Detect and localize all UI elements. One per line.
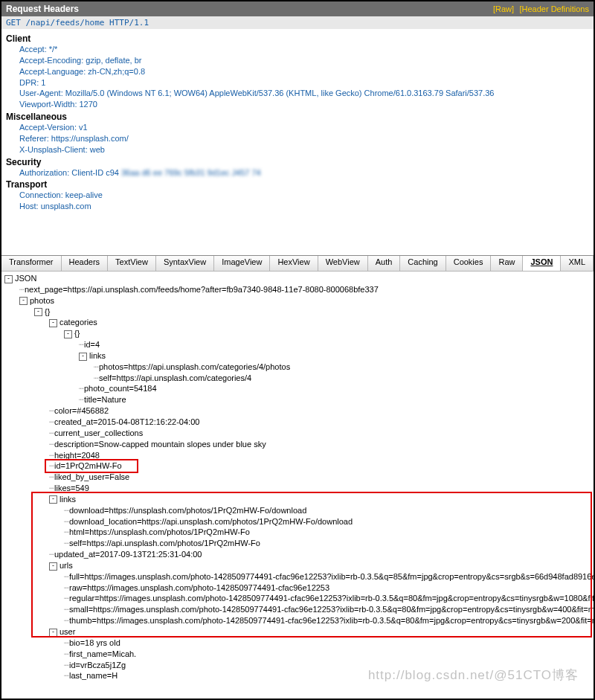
collapse-icon[interactable]: -	[49, 562, 57, 571]
node-user-id[interactable]: id=vrBcza5j1Zg	[69, 661, 126, 670]
hdr-viewport-width: Viewport-Width: 1270	[19, 99, 589, 110]
tab-imageview[interactable]: ImageView	[214, 256, 270, 271]
node-photos[interactable]: photos	[30, 296, 54, 305]
raw-link[interactable]: [Raw]	[493, 4, 514, 13]
collapse-icon[interactable]: -	[64, 330, 72, 338]
collapse-icon[interactable]: -	[19, 297, 28, 305]
node-user[interactable]: user	[60, 627, 75, 636]
node-description[interactable]: description=Snow-capped mountain slopes …	[54, 440, 266, 449]
node-cat-obj[interactable]: {}	[74, 329, 80, 338]
collapse-icon[interactable]: -	[49, 495, 57, 504]
tab-xml[interactable]: XML	[561, 256, 594, 271]
tab-headers[interactable]: Headers	[62, 256, 109, 271]
node-root[interactable]: JSON	[15, 274, 36, 283]
node-user-bio[interactable]: bio=18 yrs old	[69, 638, 120, 647]
collapse-icon[interactable]: -	[49, 629, 57, 637]
collapse-icon[interactable]: -	[34, 308, 42, 316]
panel-title: Request Headers	[6, 4, 79, 14]
node-url-full[interactable]: full=https://images.unsplash.com/photo-1…	[69, 572, 594, 581]
node-obj[interactable]: {}	[45, 307, 50, 316]
node-download-location[interactable]: download_location=https://api.unsplash.c…	[69, 517, 353, 526]
tab-textview[interactable]: TextView	[108, 256, 156, 271]
node-self[interactable]: self=https://api.unsplash.com/photos/1Pr…	[69, 539, 260, 548]
node-categories[interactable]: categories	[60, 318, 97, 327]
node-current-user-collections[interactable]: current_user_collections	[54, 428, 143, 437]
hdr-authorization: Authorization: Client-ID c94 36aa d6 ee …	[19, 167, 589, 179]
node-height[interactable]: height=2048	[54, 451, 100, 460]
node-url-regular[interactable]: regular=https://images.unsplash.com/phot…	[69, 594, 594, 603]
request-headers-titlebar: Request Headers [Raw] [Header Definition…	[1, 1, 594, 16]
node-user-last-name[interactable]: last_name=H	[69, 671, 118, 680]
tab-auth[interactable]: Auth	[368, 256, 401, 271]
group-security: Security	[6, 157, 589, 167]
node-created-at[interactable]: created_at=2015-04-08T12:16:22-04:00	[54, 417, 199, 426]
node-cat-links[interactable]: links	[89, 351, 106, 360]
node-links[interactable]: links	[60, 495, 76, 504]
node-id[interactable]: id=1PrQ2mHW-Fo	[54, 461, 122, 470]
header-definitions-link[interactable]: [Header Definitions	[519, 4, 589, 13]
hdr-dpr: DPR: 1	[19, 77, 589, 89]
node-cat-title[interactable]: title=Nature	[84, 395, 126, 404]
json-tree[interactable]: -JSON ┈next_page=https://api.unsplash.co…	[1, 272, 594, 683]
hdr-accept-language: Accept-Language: zh-CN,zh;q=0.8	[19, 66, 589, 77]
node-cat-photos-link[interactable]: photos=https://api.unsplash.com/categori…	[99, 362, 290, 371]
watermark: http://blog.csdn.net/@51CTO博客	[368, 667, 579, 684]
group-miscellaneous: Miscellaneous	[6, 112, 589, 122]
tab-raw[interactable]: Raw	[491, 256, 523, 271]
tab-cookies[interactable]: Cookies	[446, 256, 492, 271]
request-headers-body: Client Accept: */* Accept-Encoding: gzip…	[1, 29, 594, 255]
node-likes[interactable]: likes=549	[54, 484, 89, 492]
hdr-user-agent: User-Agent: Mozilla/5.0 (Windows NT 6.1;…	[19, 88, 589, 99]
node-urls[interactable]: urls	[60, 561, 73, 570]
tab-webview[interactable]: WebView	[318, 256, 368, 271]
hdr-accept: Accept: */*	[19, 44, 589, 55]
node-url-thumb[interactable]: thumb=https://images.unsplash.com/photo-…	[69, 616, 594, 625]
node-cat-id[interactable]: id=4	[84, 340, 100, 349]
group-transport: Transport	[6, 179, 589, 190]
node-download[interactable]: download=https://unsplash.com/photos/1Pr…	[69, 506, 306, 515]
collapse-icon[interactable]: -	[79, 353, 87, 361]
inspector-tabbar: Transformer Headers TextView SyntaxView …	[1, 255, 594, 272]
hdr-accept-encoding: Accept-Encoding: gzip, deflate, br	[19, 55, 589, 66]
collapse-icon[interactable]: -	[4, 275, 13, 283]
tab-hexview[interactable]: HexView	[270, 256, 318, 271]
group-client: Client	[6, 33, 589, 44]
node-user-first-name[interactable]: first_name=Micah.	[69, 649, 136, 658]
node-cat-self-link[interactable]: self=https://api.unsplash.com/categories…	[99, 373, 251, 382]
node-next-page[interactable]: next_page=https://api.unsplash.com/feeds…	[25, 285, 379, 294]
hdr-host: Host: unsplash.com	[19, 201, 589, 212]
auth-redacted: 36aa d6 ee 769c 5fb31 9d1ec J457 74	[119, 168, 261, 177]
auth-prefix: Authorization: Client-ID c94	[19, 168, 119, 177]
tab-json[interactable]: JSON	[523, 256, 561, 271]
collapse-icon[interactable]: -	[49, 319, 57, 327]
tab-transformer[interactable]: Transformer	[1, 256, 62, 271]
node-photo-count[interactable]: photo_count=54184	[84, 384, 157, 393]
hdr-x-unsplash-client: X-Unsplash-Client: web	[19, 144, 589, 155]
node-color[interactable]: color=#456882	[54, 406, 109, 415]
node-html[interactable]: html=https://unsplash.com/photos/1PrQ2mH…	[69, 527, 250, 536]
tab-syntaxview[interactable]: SyntaxView	[156, 256, 214, 271]
hdr-accept-version: Accept-Version: v1	[19, 122, 589, 133]
node-updated-at[interactable]: updated_at=2017-09-13T21:25:31-04:00	[54, 550, 202, 559]
hdr-referer: Referer: https://unsplash.com/	[19, 133, 589, 144]
tab-caching[interactable]: Caching	[400, 256, 446, 271]
hdr-connection: Connection: keep-alive	[19, 190, 589, 201]
request-line: GET /napi/feeds/home HTTP/1.1	[1, 16, 594, 29]
node-liked-by-user[interactable]: liked_by_user=False	[54, 472, 129, 481]
header-links: [Raw] [Header Definitions	[490, 4, 589, 14]
node-url-raw[interactable]: raw=https://images.unsplash.com/photo-14…	[69, 583, 329, 592]
node-url-small[interactable]: small=https://images.unsplash.com/photo-…	[69, 605, 594, 614]
